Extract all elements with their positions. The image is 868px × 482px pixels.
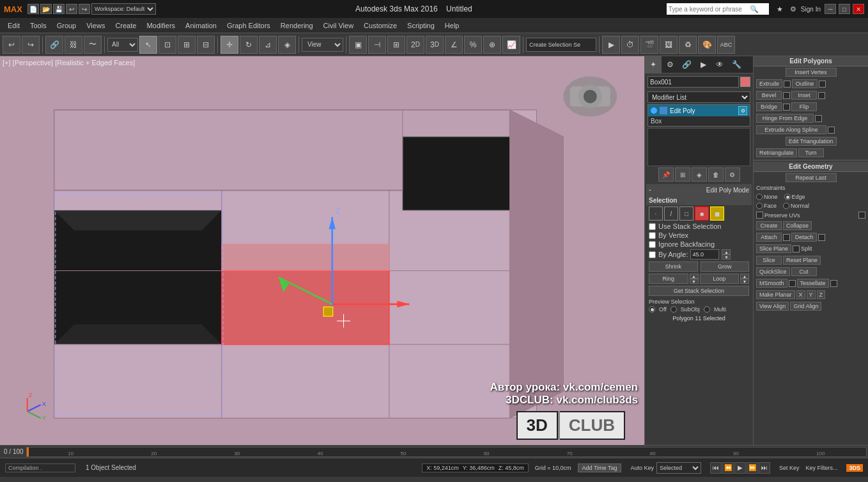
preserve-uvs-check[interactable] <box>756 212 763 219</box>
detach-settings-check[interactable] <box>818 234 825 241</box>
box-modifier[interactable]: Box <box>648 116 750 126</box>
render-setup-btn[interactable]: 🎬 <box>640 36 658 54</box>
preview-subobj-radio[interactable] <box>670 306 677 313</box>
loop-down-btn[interactable]: ▼ <box>740 279 749 284</box>
grid-align-btn[interactable]: Grid Align <box>790 302 821 311</box>
bind-to-space-warp-btn[interactable]: 〜 <box>84 36 102 54</box>
play-btn[interactable]: ▶ <box>734 462 746 474</box>
open-btn[interactable]: 📂 <box>40 4 52 14</box>
tessellate-settings-check[interactable] <box>830 280 837 287</box>
by-angle-value[interactable] <box>690 249 719 260</box>
mirror-btn[interactable]: ⊣ <box>368 36 386 54</box>
percent-snap-btn[interactable]: % <box>464 36 482 54</box>
slice-plane-btn[interactable]: Slice Plane <box>756 244 791 253</box>
inset-settings-check[interactable] <box>818 92 825 99</box>
split-check[interactable] <box>793 245 800 253</box>
minimize-btn[interactable]: ─ <box>825 4 836 14</box>
repeat-last-btn[interactable]: Repeat Last <box>786 173 837 182</box>
rotate-btn[interactable]: ↻ <box>240 36 258 54</box>
angle-snap-btn[interactable]: ∠ <box>445 36 463 54</box>
attach-settings-check[interactable] <box>783 234 790 241</box>
attach-btn[interactable]: Attach <box>756 233 782 242</box>
by-angle-check[interactable] <box>649 251 656 258</box>
y-btn[interactable]: Y <box>807 290 816 299</box>
face-radio[interactable] <box>756 203 763 209</box>
tab-create[interactable]: ✦ <box>645 56 662 73</box>
make-unique-btn[interactable]: ◈ <box>692 167 707 182</box>
get-stack-selection-btn[interactable]: Get Stack Selection <box>649 286 749 296</box>
menu-item-views[interactable]: Views <box>81 20 110 31</box>
angle-up-btn[interactable]: ▲ <box>722 249 731 254</box>
scale-btn[interactable]: ⊿ <box>259 36 277 54</box>
vertex-sel-icon[interactable]: · <box>649 206 663 221</box>
menu-item-rendering[interactable]: Rendering <box>275 20 318 31</box>
new-btn[interactable]: 📄 <box>27 4 39 14</box>
key-filters-label[interactable]: Key Filters... <box>805 465 837 471</box>
tab-display[interactable]: 👁 <box>711 56 728 73</box>
extrude-spline-check[interactable] <box>828 127 835 134</box>
maximize-btn[interactable]: □ <box>839 4 850 14</box>
remove-modifier-btn[interactable]: 🗑 <box>708 167 724 182</box>
save-btn[interactable]: 💾 <box>53 4 65 14</box>
quickslice-btn[interactable]: QuickSlice <box>756 267 790 276</box>
turn-btn[interactable]: Turn <box>798 148 824 157</box>
undo-tool-btn[interactable]: ↩ <box>3 36 20 54</box>
spinner-snap-btn[interactable]: ⊕ <box>483 36 501 54</box>
tab-hierarchy[interactable]: 🔗 <box>678 56 695 73</box>
modifier-enabled-dot[interactable] <box>651 107 657 114</box>
menu-item-create[interactable]: Create <box>110 20 141 31</box>
border-sel-icon[interactable]: □ <box>679 206 694 221</box>
slice-btn[interactable]: Slice <box>756 256 782 265</box>
redo-btn[interactable]: ↪ <box>79 4 90 14</box>
menu-item-graph-editors[interactable]: Graph Editors <box>222 20 275 31</box>
msmooth-settings-check[interactable] <box>789 280 796 287</box>
modifier-settings-icon[interactable]: ⚙ <box>738 106 747 115</box>
time-config-btn[interactable]: ⏱ <box>621 36 639 54</box>
snap-2d-btn[interactable]: 2D <box>407 36 424 54</box>
outline-settings-check[interactable] <box>819 81 826 88</box>
shrink-btn[interactable]: Shrink <box>649 261 698 272</box>
poly-sel-icon[interactable]: ■ <box>695 206 709 221</box>
search-input[interactable] <box>667 6 750 13</box>
menu-item-scripting[interactable]: Scripting <box>402 20 440 31</box>
extrude-settings-check[interactable] <box>784 81 791 88</box>
curve-editor-btn[interactable]: 📈 <box>502 36 520 54</box>
menu-item-tools[interactable]: Tools <box>25 20 52 31</box>
redo-tool-btn[interactable]: ↪ <box>22 36 40 54</box>
ring-down-btn[interactable]: ▼ <box>690 279 699 284</box>
workspace-selector[interactable]: Workspace: Default <box>91 3 156 15</box>
auto-key-select[interactable]: Selected <box>656 462 701 474</box>
loop-btn[interactable]: Loop <box>700 274 740 284</box>
icon1[interactable]: ★ <box>774 3 786 15</box>
snap-3d-btn[interactable]: 3D <box>426 36 444 54</box>
menu-item-group[interactable]: Group <box>52 20 82 31</box>
unlink-btn[interactable]: ⛓ <box>65 36 82 54</box>
extrude-along-spline-btn[interactable]: Extrude Along Spline <box>756 125 826 134</box>
array-btn[interactable]: ⊞ <box>387 36 405 54</box>
edge-radio[interactable] <box>784 194 791 200</box>
go-start-btn[interactable]: ⏮ <box>710 462 722 474</box>
edit-poly-mode-header[interactable]: - Edit Poly Mode <box>646 184 752 196</box>
timeline-track[interactable]: 10 20 30 40 50 60 70 80 90 100 <box>26 447 867 457</box>
place-highlight-btn[interactable]: ◈ <box>278 36 296 54</box>
modifier-list-dropdown[interactable]: Modifier List <box>647 91 750 103</box>
edge-sel-icon[interactable]: / <box>664 206 678 221</box>
create-btn[interactable]: Create <box>756 221 782 230</box>
ring-btn[interactable]: Ring <box>649 274 688 284</box>
preserve-uvs-settings-check[interactable] <box>858 212 865 219</box>
create-sel-set[interactable]: Create Selection Se <box>526 38 596 52</box>
tab-utilities[interactable]: 🔧 <box>728 56 745 73</box>
bridge-settings-check[interactable] <box>783 104 790 111</box>
x-btn[interactable]: X <box>796 290 805 299</box>
selection-filter[interactable]: All <box>107 38 138 52</box>
normal-radio[interactable] <box>783 203 789 209</box>
by-vertex-check[interactable] <box>649 232 656 239</box>
abc-btn[interactable]: ABC <box>717 36 735 54</box>
view-align-btn[interactable]: View Align <box>756 302 789 311</box>
select-region-btn[interactable]: ⊡ <box>159 36 176 54</box>
object-name-input[interactable] <box>647 76 739 88</box>
inset-btn[interactable]: Inset <box>791 91 817 100</box>
select-move-btn[interactable]: ✛ <box>221 36 238 54</box>
use-stack-selection-check[interactable] <box>649 223 656 230</box>
outline-btn[interactable]: Outline <box>792 79 818 88</box>
